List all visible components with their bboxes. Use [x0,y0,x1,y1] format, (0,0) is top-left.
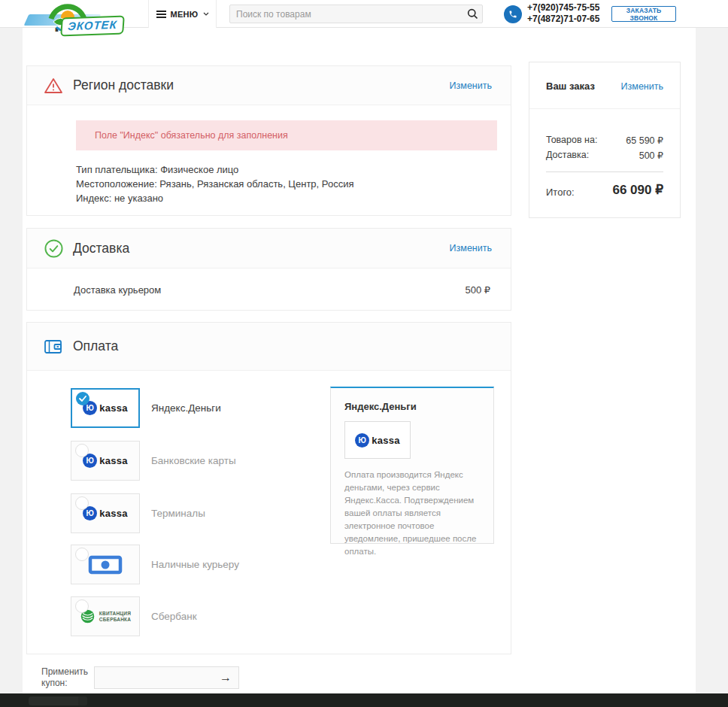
radio-unselected-icon [75,444,89,457]
section-delivery: Доставка Изменить Доставка курьером 500 … [26,228,511,311]
site-logo[interactable]: ЭКОТЕК [25,1,142,38]
selected-check-icon [76,392,89,405]
section-payment: Оплата Ю kassa Яндекс.Деньги Ю kassa [26,322,511,654]
payment-option-label[interactable]: Банковские карты [151,455,236,466]
yookassa-logo: Ю kassa [83,506,128,520]
phone-number-2[interactable]: +7(4872)71-07-65 [527,14,599,25]
payment-option-box[interactable]: Ю kassa [71,388,140,428]
delivery-method-row: Доставка курьером 500 ₽ [27,269,511,311]
footer-bar [0,693,728,707]
phone-number-1[interactable]: +7(920)745-75-55 [527,2,599,14]
footer-decoration [29,696,81,705]
search-bar [229,5,483,23]
payment-option-sberbank[interactable]: КВИТАНЦИЯ СБЕРБАНКА Сбербанк [71,596,197,636]
payment-option-label[interactable]: Терминалы [151,508,205,519]
coupon-label: Применить купон: [41,666,96,689]
wallet-icon [44,338,63,356]
menu-label: МЕНЮ [171,10,199,19]
order-items-row: Товаров на: 65 590 ₽ [546,135,663,146]
order-total-value: 66 090 ₽ [612,182,663,198]
order-items-value: 65 590 ₽ [626,135,663,146]
phone-icon [504,5,522,23]
index-required-error: Поле "Индекс" обязательно для заполнения [76,120,497,150]
search-icon[interactable] [463,8,482,20]
yookassa-logo: Ю kassa [83,454,128,468]
logo-badge: ЭКОТЕК [60,15,125,36]
payment-option-box[interactable]: Ю kassa [71,441,140,481]
order-delivery-label: Доставка: [546,150,589,161]
payment-option-box[interactable] [71,545,140,584]
payment-option-cash-courier[interactable]: Наличные курьеру [71,545,239,584]
order-items-label: Товаров на: [546,135,597,146]
sberbank-logo: КВИТАНЦИЯ СБЕРБАНКА [80,608,131,624]
success-check-icon [44,239,63,258]
checkout-page: Оформление заказа МЕНЮ +7(920)745-75-55 … [0,0,728,707]
location-line: Местоположение: Рязань, Рязанская област… [76,177,353,191]
delivery-edit-link[interactable]: Изменить [450,243,492,253]
delivery-price: 500 ₽ [465,284,490,296]
region-section-header: Регион доставки Изменить [27,66,511,105]
payment-option-box[interactable]: КВИТАНЦИЯ СБЕРБАНКА [71,596,140,636]
radio-unselected-icon [75,548,89,561]
phone-numbers[interactable]: +7(920)745-75-55 +7(4872)71-07-65 [527,2,599,25]
callback-button[interactable]: ЗАКАЗАТЬ ЗВОНОК [611,6,676,22]
payment-section-title: Оплата [73,338,118,354]
delivery-section-header: Доставка Изменить [27,229,511,269]
search-input[interactable] [230,9,463,20]
hamburger-icon [156,11,166,18]
region-edit-link[interactable]: Изменить [450,80,492,91]
footer-decoration [78,696,87,705]
payment-option-label[interactable]: Наличные курьеру [151,559,239,570]
order-delivery-row: Доставка: 500 ₽ [546,150,663,161]
order-summary-card: Ваш заказ Изменить Товаров на: 65 590 ₽ … [529,62,681,218]
index-line: Индекс: не указано [76,191,353,205]
order-summary-header: Ваш заказ Изменить [529,62,680,109]
payer-type-line: Тип плательщика: Физическое лицо [76,162,353,177]
order-delivery-value: 500 ₽ [639,150,663,161]
payment-details-panel: Яндекс.Деньги Ю kassa Оплата производитс… [330,387,494,544]
yookassa-logo: Ю kassa [355,433,400,448]
chevron-down-icon [203,12,209,16]
apply-coupon-arrow-button[interactable]: → [213,671,238,684]
order-edit-link[interactable]: Изменить [621,81,663,92]
payment-section-header: Оплата [27,323,511,371]
logo-text: ЭКОТЕК [67,18,117,32]
order-total-label: Итого: [546,187,575,198]
delivery-section-title: Доставка [73,241,129,256]
payment-option-box[interactable]: Ю kassa [71,493,140,533]
radio-unselected-icon [75,496,89,510]
payment-option-label[interactable]: Сбербанк [151,611,197,622]
order-divider [546,171,663,172]
payment-option-yandex-money[interactable]: Ю kassa Яндекс.Деньги [71,388,221,428]
order-summary-title: Ваш заказ [546,80,595,92]
payment-option-label[interactable]: Яндекс.Деньги [151,402,221,414]
coupon-input[interactable] [95,672,213,683]
menu-button[interactable]: МЕНЮ [148,0,217,28]
section-delivery-region: Регион доставки Изменить Поле "Индекс" о… [26,65,511,216]
sberbank-receipt-label: КВИТАНЦИЯ СБЕРБАНКА [99,611,131,623]
cash-banknote-icon [88,554,123,575]
coupon-field: → [94,666,239,689]
payment-option-terminals[interactable]: Ю kassa Терминалы [71,493,205,533]
payment-details-title: Яндекс.Деньги [344,401,480,412]
payment-details-description: Оплата производится Яндекс деньгами, чер… [344,469,483,558]
payment-option-bank-cards[interactable]: Ю kassa Банковские карты [71,441,236,481]
region-section-title: Регион доставки [73,77,174,93]
delivery-method: Доставка курьером [74,284,161,296]
yookassa-logo: Ю kassa [83,401,128,415]
payment-details-logo-box: Ю kassa [344,421,411,459]
radio-unselected-icon [75,599,89,613]
warning-icon [44,77,63,95]
region-info: Тип плательщика: Физическое лицо Местопо… [76,162,353,205]
